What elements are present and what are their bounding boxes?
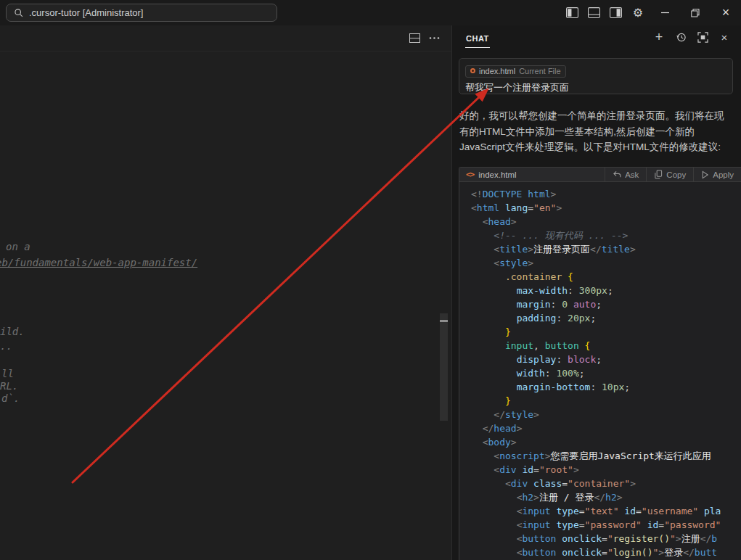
main-area: on a eb/fundamentals/web-app-manifest/ i… [0, 25, 741, 560]
window-controls: ⚙ × [561, 0, 741, 25]
context-file-badge[interactable]: index.html Current File [465, 65, 566, 78]
chat-panel: CHAT + × [451, 25, 741, 560]
copy-button[interactable]: Copy [646, 168, 693, 181]
copy-button-label: Copy [666, 170, 686, 179]
editor-ghost-link[interactable]: eb/fundamentals/web-app-manifest/ [0, 257, 197, 268]
context-file-status: Current File [519, 67, 560, 75]
editor-scrollbar[interactable] [440, 313, 448, 421]
minimize-button[interactable] [650, 0, 680, 25]
ask-button[interactable]: Ask [605, 168, 646, 181]
code-block: <> index.html Ask Copy [459, 167, 741, 560]
assistant-response-text: 好的，我可以帮您创建一个简单的注册登录页面。我们将在现有的HTML文件中添加一些… [459, 108, 727, 155]
editor-header [0, 25, 451, 52]
user-message-text: 帮我写一个注册登录页面 [465, 81, 726, 94]
editor-ghost-line: .. [0, 340, 12, 352]
chat-panel-actions: + × [651, 30, 732, 46]
layout-panel-icon[interactable] [583, 0, 605, 25]
apply-button[interactable]: Apply [693, 168, 741, 181]
code-content: <!DOCTYPE html><html lang="en"> <head> <… [459, 182, 741, 560]
expand-icon[interactable] [695, 30, 711, 46]
editor-ghost-line: ild. [0, 326, 25, 337]
layout-sidebar-left-icon[interactable] [561, 0, 583, 25]
close-window-button[interactable]: × [711, 0, 741, 25]
title-bar: .cursor-tutor [Administrator] ⚙ [0, 0, 741, 25]
apply-button-label: Apply [713, 170, 734, 179]
search-icon [14, 8, 24, 18]
search-box-text: .cursor-tutor [Administrator] [29, 7, 144, 18]
editor-ghost-line: ll [1, 368, 14, 379]
chat-panel-header: CHAT + × [452, 25, 741, 49]
more-actions-icon[interactable] [429, 36, 440, 40]
editor-group: on a eb/fundamentals/web-app-manifest/ i… [0, 25, 451, 560]
history-icon[interactable] [673, 30, 689, 46]
layout-sidebar-right-icon[interactable] [605, 0, 626, 25]
split-editor-icon[interactable] [409, 33, 420, 43]
code-block-header: <> index.html Ask Copy [459, 168, 741, 182]
command-search-box[interactable]: .cursor-tutor [Administrator] [6, 4, 277, 22]
html-file-icon [470, 68, 475, 73]
restore-button[interactable] [680, 0, 711, 25]
code-tag-icon: <> [466, 170, 474, 179]
editor-ghost-line: d`. [1, 392, 20, 404]
code-block-filename: index.html [478, 170, 516, 179]
tab-chat[interactable]: CHAT [465, 28, 490, 48]
editor-ghost-line: RL. [0, 380, 18, 392]
ask-button-label: Ask [625, 170, 639, 179]
editor-ghost-line: on a [6, 241, 30, 252]
settings-gear-icon[interactable]: ⚙ [626, 0, 650, 25]
code-block-file: <> index.html [459, 168, 605, 181]
scrollbar-marker [440, 320, 448, 322]
context-file-name: index.html [479, 67, 515, 75]
new-chat-icon[interactable]: + [651, 30, 667, 46]
close-panel-icon[interactable]: × [716, 30, 732, 46]
chat-message-card[interactable]: index.html Current File 帮我写一个注册登录页面 [459, 58, 733, 94]
